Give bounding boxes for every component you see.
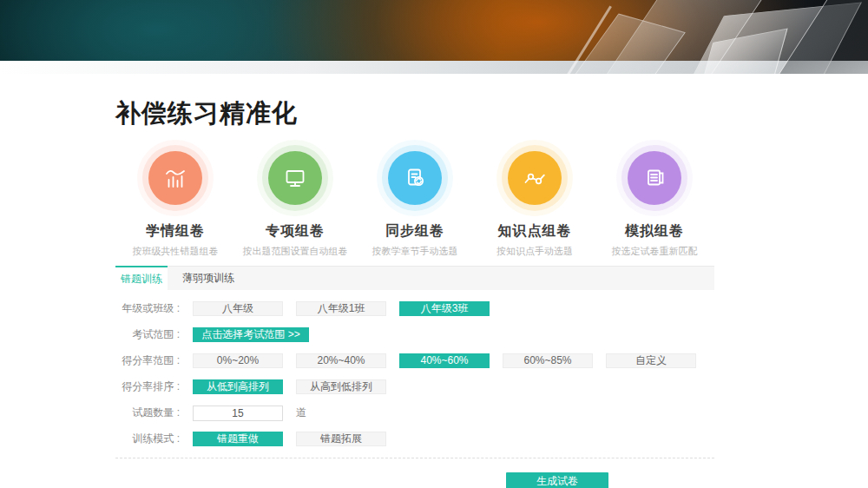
method-subtitle: 按选定试卷重新匹配 [612,245,698,258]
generate-paper-button[interactable]: 生成试卷 [506,472,608,488]
method-title: 同步组卷 [385,222,444,241]
form-row-training-mode: 训练模式 : 错题重做 错题拓展 [115,432,714,446]
method-title: 知识点组卷 [498,222,572,241]
method-title: 专项组卷 [266,222,325,241]
option-60-85[interactable]: 60%~85% [503,353,593,368]
method-subtitle: 按班级共性错题组卷 [133,245,219,258]
row-label: 得分率范围 : [115,353,193,368]
row-label: 试题数量 : [115,406,193,420]
page-title: 补偿练习精准化 [115,96,868,131]
form-row-score-rate-sort: 得分率排序 : 从低到高排列 从高到低排列 [115,379,714,394]
method-subtitle: 按出题范围设置自动组卷 [243,245,348,258]
option-sort-asc[interactable]: 从低到高排列 [193,379,283,394]
option-redo-wrong[interactable]: 错题重做 [193,432,283,446]
form-row-grade-class: 年级或班级 : 八年级 八年级1班 八年级3班 [115,301,714,316]
option-custom[interactable]: 自定义 [606,353,696,368]
method-xueqing[interactable]: 学情组卷 按班级共性错题组卷 [115,140,235,258]
row-label: 训练模式 : [115,432,193,446]
main-content: 补偿练习精准化 学情组卷 按班级共性错题组卷 [0,96,868,488]
banner-graphic [0,0,868,74]
option-grade8-class3[interactable]: 八年级3班 [399,301,490,316]
method-subtitle: 按教学章节手动选题 [372,245,458,258]
option-40-60[interactable]: 40%~60% [399,353,490,368]
divider [115,458,714,458]
monitor-icon [283,166,307,190]
papers-icon [642,166,667,190]
form-row-exam-scope: 考试范围 : 点击选择考试范围 >> [115,327,714,342]
method-moni[interactable]: 模拟组卷 按选定试卷重新匹配 [595,140,714,258]
method-row: 学情组卷 按班级共性错题组卷 专项组卷 按出题范围设置自动组卷 [115,140,714,258]
form-row-question-count: 试题数量 : 道 [115,406,714,420]
method-subtitle: 按知识点手动选题 [496,245,573,258]
method-title: 模拟组卷 [625,222,684,241]
option-sort-desc[interactable]: 从高到低排列 [296,379,386,394]
paper-config-form: 年级或班级 : 八年级 八年级1班 八年级3班 考试范围 : 点击选择考试范围 … [115,301,714,488]
tab-bar: 错题训练 薄弱项训练 [115,266,714,290]
row-label: 得分率排序 : [115,379,193,394]
option-grade8[interactable]: 八年级 [193,301,283,316]
method-zhishidian[interactable]: 知识点组卷 按知识点手动选题 [475,140,595,258]
row-label: 考试范围 : [115,327,193,342]
knowledge-graph-icon [523,166,547,190]
question-count-input[interactable] [193,406,283,421]
option-20-40[interactable]: 20%~40% [296,353,386,368]
method-zhuanxiang[interactable]: 专项组卷 按出题范围设置自动组卷 [235,140,355,258]
tab-weak-point-training[interactable]: 薄弱项训练 [168,267,249,290]
row-label: 年级或班级 : [115,301,193,316]
form-row-score-rate-range: 得分率范围 : 0%~20% 20%~40% 40%~60% 60%~85% 自… [115,353,714,368]
select-exam-scope-button[interactable]: 点击选择考试范围 >> [193,327,309,342]
question-count-unit: 道 [296,406,306,420]
option-grade8-class1[interactable]: 八年级1班 [296,301,386,316]
method-tongbu[interactable]: 同步组卷 按教学章节手动选题 [355,140,475,258]
tab-wrong-question-training[interactable]: 错题训练 [115,266,168,291]
option-extend-wrong[interactable]: 错题拓展 [296,432,386,446]
method-title: 学情组卷 [146,222,205,241]
doc-sync-icon [403,166,427,190]
option-0-20[interactable]: 0%~20% [193,353,283,368]
bar-chart-icon [163,166,187,190]
